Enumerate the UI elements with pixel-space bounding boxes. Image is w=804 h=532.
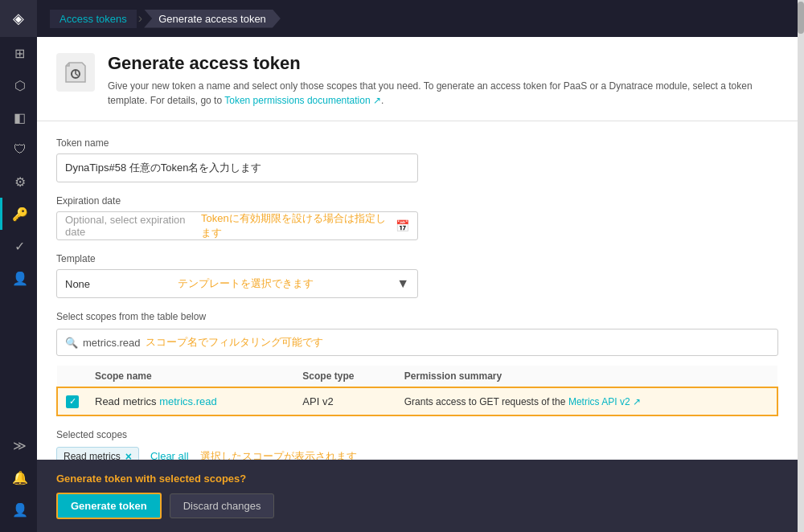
search-value: metrics.read [83,337,141,349]
search-icon: 🔍 [65,337,78,349]
dropdown-arrow-icon: ▼ [396,276,409,291]
breadcrumb-current: Generate access token [144,10,281,28]
sidebar-item-grid[interactable]: ⊞ [0,37,37,69]
col-checkbox [57,366,87,387]
expiry-label: Expiration date [56,195,778,207]
sidebar-item-bell[interactable]: 🔔 [0,461,37,493]
token-name-input[interactable] [56,153,418,182]
breadcrumb-parent[interactable]: Access tokens [50,10,137,28]
sidebar-item-layers[interactable]: ◧ [0,101,37,133]
table-row: ✓ Read metrics metrics.read API v2 Grant… [57,387,777,415]
row-checkbox-cell[interactable]: ✓ [57,387,87,415]
page-icon [56,53,95,92]
scope-select-group: Select scopes from the table below 🔍 met… [56,311,778,460]
clear-all-button[interactable]: Clear all [146,448,194,460]
sidebar-item-settings[interactable]: ⚙ [0,166,37,198]
expiry-hint: Tokenに有効期限を設ける場合は指定します [201,211,396,240]
sidebar-item-check[interactable]: ✓ [0,230,37,262]
scope-name-link[interactable]: metrics.read [159,395,217,407]
user-icon: 👤 [12,502,28,518]
form-section: Token name Expiration date Optional, sel… [37,121,798,460]
template-value: None [65,278,90,290]
template-label: Template [56,253,778,264]
app-logo[interactable]: ◈ [0,0,37,37]
sidebar-item-person[interactable]: 👤 [0,262,37,294]
selected-scopes-label: Selected scopes [56,429,778,440]
person-icon: 👤 [12,271,28,286]
topbar: Access tokens › Generate access token [37,0,798,37]
bottom-question: Generate token with selected scopes? [56,473,778,485]
selected-hint: 選択したスコープが表示されます [200,449,357,460]
sidebar-item-user[interactable]: 👤 [0,493,37,526]
layers-icon: ◧ [14,110,26,125]
template-select[interactable]: None テンプレートを選択できます ▼ [56,269,418,298]
col-scope-type: Scope type [294,366,396,387]
shield-icon: 🛡 [14,142,27,157]
breadcrumb: Access tokens › Generate access token [50,10,281,28]
token-permissions-link[interactable]: Token permissions documentation ↗ [224,95,381,106]
scope-tag: Read metrics × [56,447,139,460]
breadcrumb-separator: › [138,11,142,26]
sidebar-item-key[interactable]: 🔑 [0,198,37,230]
generate-token-button[interactable]: Generate token [56,493,162,519]
checkbox-checked-icon[interactable]: ✓ [66,395,79,408]
row-scope-name: Read metrics metrics.read [87,387,294,415]
template-group: Template None テンプレートを選択できます ▼ [56,253,778,298]
header-text: Generate access token Give your new toke… [108,53,778,108]
scrollbar-thumb[interactable] [798,2,804,34]
bottom-bar: Generate token with selected scopes? Gen… [37,460,798,532]
sidebar-item-cube[interactable]: ⬡ [0,69,37,101]
scope-search[interactable]: 🔍 metrics.read スコープ名でフィルタリング可能です [56,329,778,356]
sidebar: ◈ ⊞ ⬡ ◧ 🛡 ⚙ 🔑 ✓ 👤 ≫ 🔔 👤 [0,0,37,532]
scope-tag-text: Read metrics [64,451,121,460]
more-icon: ≫ [13,438,27,453]
scope-select-label: Select scopes from the table below [56,311,778,322]
page-title: Generate access token [108,53,778,74]
bell-icon: 🔔 [12,470,28,485]
expiry-group: Expiration date Optional, select expirat… [56,195,778,240]
col-permission: Permission summary [396,366,777,387]
token-name-label: Token name [56,137,778,149]
sidebar-item-shield[interactable]: 🛡 [0,133,37,166]
key-icon: 🔑 [12,207,28,222]
scope-tag-close-icon[interactable]: × [125,450,132,460]
expiry-input[interactable]: Optional, select expiration date Tokenに有… [56,211,418,240]
cube-icon: ⬡ [14,78,26,93]
col-scope-name: Scope name [87,366,294,387]
page-content: Generate access token Give your new toke… [37,37,798,460]
row-scope-type: API v2 [294,387,396,415]
settings-icon: ⚙ [14,174,26,190]
page-header: Generate access token Give your new toke… [37,37,798,121]
check-icon: ✓ [14,239,25,254]
expiry-placeholder: Optional, select expiration date [65,214,201,238]
bottom-actions: Generate token Discard changes [56,493,778,519]
token-name-group: Token name [56,137,778,182]
page-description: Give your new token a name and select on… [108,79,778,108]
selected-scopes-row: Read metrics × Clear all 選択したスコープが表示されます [56,447,778,460]
logo-icon: ◈ [13,10,24,27]
scrollbar[interactable] [798,0,804,532]
template-hint: テンプレートを選択できます [178,276,314,291]
grid-icon: ⊞ [14,46,25,61]
scope-table: Scope name Scope type Permission summary… [56,366,778,416]
discard-changes-button[interactable]: Discard changes [170,493,275,518]
row-permission: Grants access to GET requests of the Met… [396,387,777,415]
main-area: Access tokens › Generate access token Ge… [37,0,798,532]
metrics-api-link[interactable]: Metrics API v2 ↗ [568,396,641,407]
sidebar-item-more[interactable]: ≫ [0,429,37,461]
calendar-icon: 📅 [396,219,409,232]
search-hint: スコープ名でフィルタリング可能です [146,335,323,350]
